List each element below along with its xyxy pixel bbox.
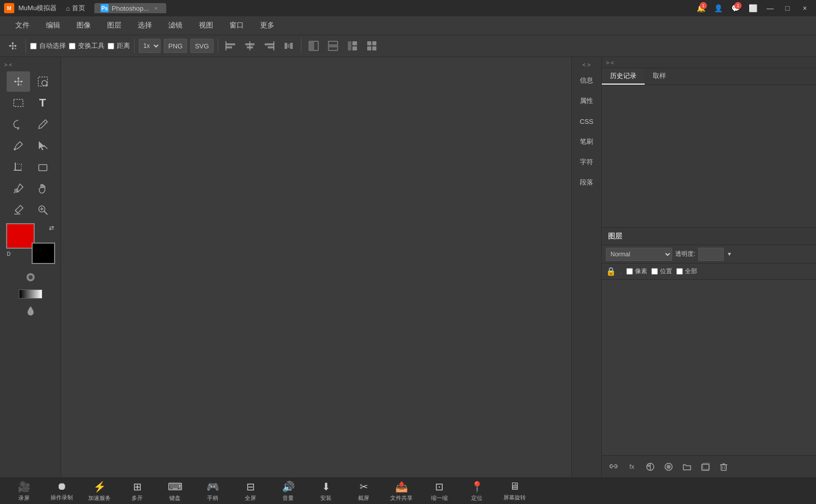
taskbar-install-btn[interactable]: ⬇ 安装 xyxy=(308,479,344,503)
mask-btn[interactable] xyxy=(661,460,676,474)
taskbar-macro-btn[interactable]: ⏺ 操作录制 xyxy=(44,479,80,503)
menu-filter[interactable]: 滤镜 xyxy=(161,19,190,32)
align-right-btn[interactable] xyxy=(261,39,277,53)
lock-all-checkbox[interactable]: 全部 xyxy=(676,267,697,276)
side-css-btn[interactable]: CSS xyxy=(573,111,600,131)
lock-pixel-input[interactable] xyxy=(626,268,633,275)
gradient-tool-bar[interactable] xyxy=(19,289,42,299)
side-info-btn[interactable]: 信息 xyxy=(573,70,600,91)
mask-tool-btn[interactable] xyxy=(19,267,42,287)
group-btn[interactable] xyxy=(679,460,695,474)
side-collapse-btn[interactable]: < > xyxy=(572,59,601,70)
text-tool-btn[interactable]: T xyxy=(31,93,55,113)
side-char-btn[interactable]: 字符 xyxy=(573,152,600,172)
adjustment-btn[interactable] xyxy=(643,460,658,474)
svg-btn[interactable]: SVG xyxy=(190,39,213,53)
message-btn[interactable]: 💬1 xyxy=(728,1,743,15)
menu-select[interactable]: 选择 xyxy=(131,19,159,32)
transform-tool-input[interactable] xyxy=(69,43,75,49)
menu-layers[interactable]: 图层 xyxy=(100,19,129,32)
canvas-area[interactable] xyxy=(61,57,571,478)
new-layer-btn[interactable] xyxy=(698,460,713,474)
transform-tool-checkbox[interactable]: 变换工具 xyxy=(69,41,105,50)
fx-btn[interactable]: fx xyxy=(624,460,640,474)
lock-pos-input[interactable] xyxy=(651,268,658,275)
sample-tab[interactable]: 取样 xyxy=(645,68,674,85)
home-button[interactable]: ⌂ 首页 xyxy=(61,3,90,14)
marquee-tool-btn[interactable] xyxy=(7,93,30,113)
taskbar-record-btn[interactable]: 🎥 录屏 xyxy=(6,479,42,503)
taskbar-screenshot-btn[interactable]: ✂ 截屏 xyxy=(346,479,381,503)
direct-select-btn[interactable] xyxy=(31,136,55,156)
side-para-btn[interactable]: 段落 xyxy=(573,172,600,193)
align-left-btn[interactable] xyxy=(222,39,239,53)
right-collapse-bar[interactable]: > < xyxy=(602,57,816,68)
align-center-btn[interactable] xyxy=(242,39,258,53)
lock-all-input[interactable] xyxy=(676,268,683,275)
menu-edit[interactable]: 编辑 xyxy=(39,19,67,32)
photoshop-tab[interactable]: Ps Photoshop... × xyxy=(94,3,166,13)
zoom-tool-btn[interactable] xyxy=(31,200,55,220)
blend-mode-select[interactable]: Normal Dissolve Multiply Screen Overlay xyxy=(606,248,672,261)
menu-window[interactable]: 窗口 xyxy=(222,19,251,32)
taskbar-volume-btn[interactable]: 🔊 音量 xyxy=(270,479,306,503)
reset-colors-icon[interactable]: D xyxy=(7,251,11,257)
taskbar-rotate-btn[interactable]: 🖥 屏幕旋转 xyxy=(497,479,532,503)
zoom-region-tool-btn[interactable] xyxy=(31,71,55,92)
background-color[interactable] xyxy=(32,243,55,264)
tools-collapse-btn[interactable]: > < xyxy=(0,59,61,70)
hand-tool-btn[interactable] xyxy=(31,178,55,199)
eraser-tool-btn[interactable] xyxy=(7,200,30,220)
menu-view[interactable]: 视图 xyxy=(192,19,220,32)
eyedropper-tool-btn[interactable] xyxy=(7,178,30,199)
pen-tool-btn[interactable] xyxy=(31,114,55,135)
distance-checkbox[interactable]: 距离 xyxy=(108,41,130,50)
notification-btn[interactable]: 🔔1 xyxy=(694,1,708,15)
menu-more[interactable]: 更多 xyxy=(253,19,282,32)
lasso-tool-btn[interactable] xyxy=(7,114,30,135)
distribute-btn[interactable] xyxy=(280,39,297,53)
brush-tool-btn[interactable] xyxy=(7,136,30,156)
menu-image[interactable]: 图像 xyxy=(69,19,98,32)
taskbar-fileshare-btn[interactable]: 📤 文件共享 xyxy=(384,479,419,503)
png-btn[interactable]: PNG xyxy=(164,39,187,53)
side-props-btn[interactable]: 属性 xyxy=(573,91,600,111)
opacity-arrow[interactable]: ▼ xyxy=(727,251,732,257)
history-tab[interactable]: 历史记录 xyxy=(602,68,645,85)
tab-close-btn[interactable]: × xyxy=(152,4,160,12)
delete-layer-btn[interactable] xyxy=(716,460,731,474)
taskbar-fullscreen-btn[interactable]: ⊟ 全屏 xyxy=(233,479,268,503)
taskbar-locate-btn[interactable]: 📍 定位 xyxy=(459,479,495,503)
side-brush-btn[interactable]: 笔刷 xyxy=(573,131,600,152)
auto-select-input[interactable] xyxy=(30,43,37,49)
swap-colors-icon[interactable]: ⇄ xyxy=(49,224,54,231)
move-tool-btn[interactable]: + xyxy=(7,71,30,92)
opacity-input[interactable] xyxy=(698,248,724,261)
link-layers-btn[interactable] xyxy=(606,460,621,474)
layout-1-btn[interactable] xyxy=(305,39,322,53)
layout-4-btn[interactable] xyxy=(364,39,380,53)
menu-file[interactable]: 文件 xyxy=(8,19,37,32)
auto-select-checkbox[interactable]: 自动选择 xyxy=(30,41,66,50)
taskbar-shrink-btn[interactable]: ⊡ 缩一缩 xyxy=(421,479,457,503)
maximize-btn[interactable]: □ xyxy=(780,1,795,15)
drop-tool-btn[interactable] xyxy=(19,301,42,321)
shape-tool-btn[interactable] xyxy=(31,157,55,177)
close-btn[interactable]: × xyxy=(798,1,812,15)
layout-2-btn[interactable] xyxy=(325,39,341,53)
user-btn[interactable]: 👤 xyxy=(711,1,725,15)
lock-pixel-checkbox[interactable]: 像素 xyxy=(626,267,647,276)
distance-input[interactable] xyxy=(108,43,114,49)
lock-pos-checkbox[interactable]: 位置 xyxy=(651,267,672,276)
taskbar-keyboard-btn[interactable]: ⌨ 键盘 xyxy=(157,479,193,503)
screen-btn[interactable]: ⬜ xyxy=(746,1,760,15)
layout-3-btn[interactable] xyxy=(344,39,361,53)
taskbar-multiopen-btn[interactable]: ⊞ 多开 xyxy=(119,479,155,503)
taskbar-accelerate-btn[interactable]: ⚡ 加速服务 xyxy=(82,479,117,503)
foreground-color[interactable] xyxy=(6,223,35,249)
taskbar-gamepad-btn[interactable]: 🎮 手柄 xyxy=(195,479,231,503)
toolbar-move-tool[interactable]: + xyxy=(4,38,21,54)
crop-tool-btn[interactable] xyxy=(7,157,30,177)
scale-select[interactable]: 1x 2x 3x 4x xyxy=(139,39,161,53)
minimize-btn[interactable]: — xyxy=(763,1,777,15)
